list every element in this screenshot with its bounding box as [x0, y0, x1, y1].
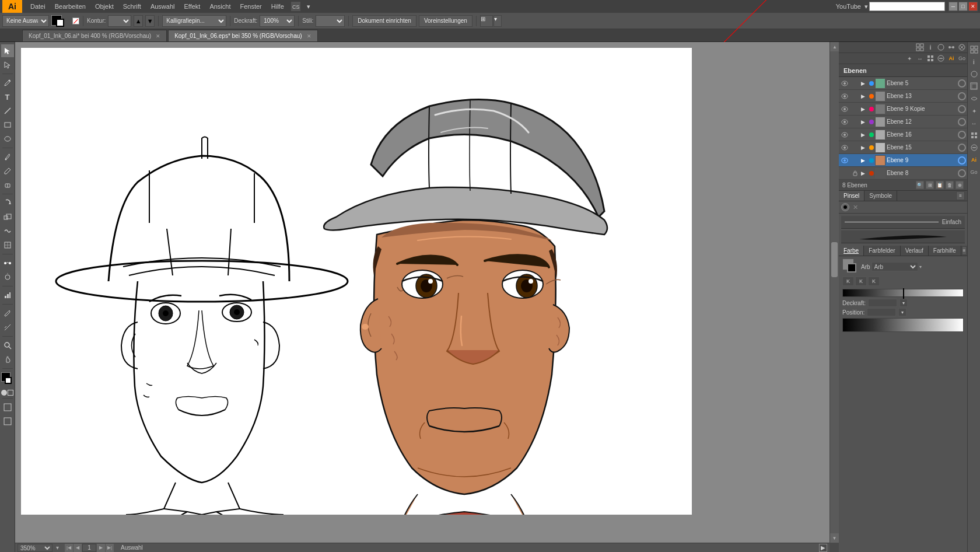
position-dropdown-arrow[interactable]: ▾	[898, 308, 907, 316]
color-stroke-swatch[interactable]	[847, 263, 856, 272]
zoom-select[interactable]: 350%	[18, 544, 52, 552]
brush-dot[interactable]	[841, 203, 849, 211]
fill-stroke-tool[interactable]	[1, 372, 14, 387]
layer-8-expand[interactable]: ▶	[861, 170, 868, 176]
layer-5-target[interactable]	[958, 131, 966, 139]
tool-symbol-spray[interactable]	[1, 271, 14, 284]
farbfelder-tab[interactable]: Farbfelder	[864, 246, 901, 256]
side-icon-circle[interactable]	[969, 69, 979, 79]
icon-grid[interactable]	[915, 42, 925, 53]
maximize-button[interactable]: □	[958, 2, 968, 11]
scroll-thumb-v[interactable]	[831, 242, 838, 277]
side-icon-grid3[interactable]	[969, 130, 979, 141]
menu-effekt[interactable]: Effekt	[179, 2, 205, 11]
menu-hilfe[interactable]: Hilfe	[267, 2, 289, 11]
layer-7-target[interactable]	[958, 156, 966, 165]
view-dropdown-btn[interactable]: ▾	[494, 15, 502, 27]
stroke-swatch[interactable]	[56, 19, 64, 27]
side-icon-arrows2[interactable]: ↔	[969, 118, 979, 128]
side-icon-info[interactable]: i	[969, 57, 979, 67]
icon-subtract[interactable]	[936, 53, 946, 64]
layer-row-2[interactable]: ▶ Ebene 13	[839, 90, 967, 103]
icon-circle[interactable]	[936, 42, 946, 53]
tool-eyedropper[interactable]	[1, 307, 14, 320]
layer-1-lock[interactable]	[850, 79, 860, 88]
minimize-button[interactable]: ─	[949, 2, 958, 11]
brush-preview-callig[interactable]	[841, 230, 965, 243]
menu-bearbeiten[interactable]: Bearbeiten	[50, 2, 90, 11]
layer-4-expand[interactable]: ▶	[861, 119, 868, 125]
side-icon-star2[interactable]: ✦	[969, 106, 979, 116]
tool-scale[interactable]	[1, 211, 14, 223]
layer-8-target[interactable]	[958, 169, 966, 177]
side-icon-squares[interactable]	[969, 81, 979, 92]
tab-2-close[interactable]: ✕	[307, 33, 312, 39]
color-btn-2[interactable]: K	[855, 277, 867, 286]
tool-measure[interactable]	[1, 321, 14, 334]
layer-5-expand[interactable]: ▶	[861, 132, 868, 138]
tab-1-close[interactable]: ✕	[156, 33, 160, 39]
page-last[interactable]: ▶|	[106, 544, 114, 552]
tool-type[interactable]: T	[1, 90, 14, 103]
artboard[interactable]	[21, 48, 692, 515]
layers-search[interactable]: 🔍	[916, 181, 924, 189]
layer-6-target[interactable]	[958, 144, 966, 152]
tab-1[interactable]: Kopf_01_Ink_06.ai* bei 400 % (RGB/Vorsch…	[22, 30, 167, 41]
layer-row-1[interactable]: ▶ Ebene 5	[839, 77, 967, 90]
tool-eraser[interactable]	[1, 179, 14, 191]
layer-row-5[interactable]: ▶ Ebene 16	[839, 128, 967, 141]
layer-6-expand[interactable]: ▶	[861, 145, 868, 151]
menu-ansicht[interactable]: Ansicht	[205, 2, 235, 11]
icon-go[interactable]: Go	[957, 53, 967, 64]
tool-rect[interactable]	[1, 118, 14, 131]
farbe-tab[interactable]: Farbe	[839, 246, 864, 256]
selection-dropdown[interactable]: Keine Auswahl	[2, 15, 49, 27]
scroll-down-arrow[interactable]: ▼	[830, 533, 839, 543]
layer-row-4[interactable]: ▶ Ebene 12	[839, 116, 967, 128]
layer-row-3[interactable]: ▶ Ebene 9 Kopie	[839, 103, 967, 116]
tool-rotate[interactable]	[1, 197, 14, 209]
tool-pencil[interactable]	[1, 165, 14, 177]
layer-2-target[interactable]	[958, 92, 966, 100]
tool-select[interactable]	[1, 44, 14, 57]
layer-6-eye[interactable]	[840, 143, 849, 152]
side-icon-grid[interactable]	[969, 44, 979, 55]
color-btn-3[interactable]: K	[868, 277, 880, 286]
layer-6-lock[interactable]	[850, 143, 860, 152]
menu-fenster[interactable]: Fenster	[235, 2, 266, 11]
tool-zoom[interactable]	[1, 339, 14, 352]
opacity-dropdown[interactable]: 100%	[260, 15, 295, 27]
brush-dropdown[interactable]: Kalligrafiepin...	[162, 15, 226, 27]
icon-grid2[interactable]	[925, 53, 936, 64]
tab-2[interactable]: Kopf_01_Ink_06.eps* bei 350 % (RGB/Vorsc…	[168, 30, 317, 41]
icon-info[interactable]: i	[925, 42, 936, 53]
search-input[interactable]	[869, 2, 945, 11]
side-icon-subtract2[interactable]	[969, 142, 979, 153]
tool-line[interactable]	[1, 104, 14, 117]
vertical-scrollbar[interactable]: ▲ ▼	[830, 42, 839, 543]
pinsel-tab[interactable]: Pinsel	[839, 191, 864, 201]
side-icon-ai2[interactable]: Ai	[969, 155, 979, 165]
layer-7-lock[interactable]	[850, 156, 860, 165]
layer-8-lock[interactable]	[850, 169, 860, 178]
tool-ellipse[interactable]	[1, 132, 14, 145]
tool-blend[interactable]	[1, 257, 14, 270]
canvas-area[interactable]: ▲ ▼ ◀ ▶ 350% ▾ |◀ ◀ ▶ ▶| Auswahl	[15, 42, 839, 552]
layer-row-8[interactable]: ▶ Ebene 8	[839, 167, 967, 180]
symbole-tab[interactable]: Symbole	[864, 191, 897, 201]
stroke-dropdown[interactable]	[108, 15, 131, 27]
status-arrow-right[interactable]: ▶	[819, 544, 827, 552]
icon-arrows[interactable]: ↔	[915, 53, 925, 64]
page-next[interactable]: ▶	[97, 544, 105, 552]
layer-3-lock[interactable]	[850, 104, 860, 114]
layer-7-expand[interactable]: ▶	[861, 158, 868, 163]
layer-3-eye[interactable]	[840, 104, 849, 114]
layer-3-expand[interactable]: ▶	[861, 106, 868, 112]
tool-brush[interactable]	[1, 151, 14, 163]
tool-column-graph[interactable]	[1, 289, 14, 302]
style-dropdown[interactable]	[316, 15, 345, 27]
layer-7-eye[interactable]	[840, 156, 849, 165]
menu-auswahl[interactable]: Auswahl	[146, 2, 180, 11]
layer-2-eye[interactable]	[840, 92, 849, 101]
gradient-full-bar[interactable]	[842, 318, 964, 332]
